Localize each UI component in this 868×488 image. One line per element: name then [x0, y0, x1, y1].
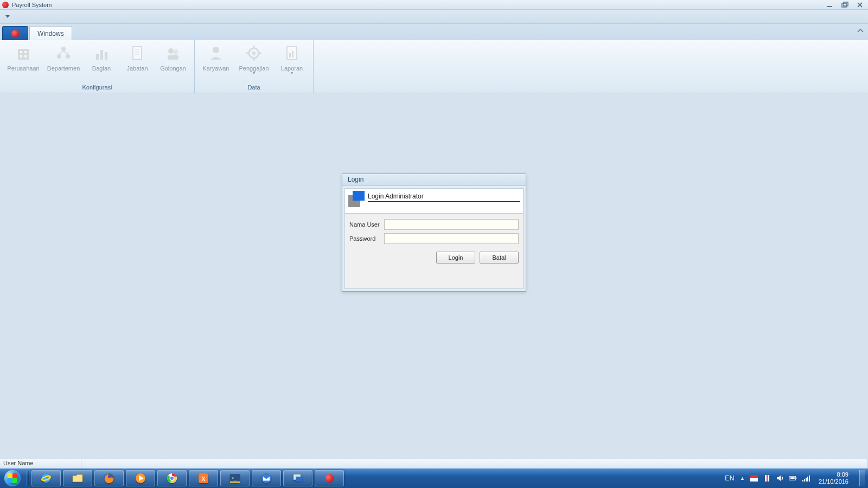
password-label: Password	[349, 235, 384, 242]
ribbon-item-label: Golongan	[160, 65, 186, 72]
ribbon-group-konfigurasi: Perusahaan Departemen Bagian Jabatan	[0, 40, 195, 93]
ribbon-item-label: Jabatan	[126, 65, 148, 72]
svg-point-9	[57, 54, 61, 59]
svg-rect-6	[20, 55, 22, 57]
taskbar-app-firefox[interactable]	[94, 470, 124, 486]
start-button[interactable]	[0, 468, 25, 488]
svg-rect-56	[804, 479, 805, 481]
maximize-button[interactable]	[839, 1, 851, 9]
taskbar-app-chrome[interactable]	[157, 470, 187, 486]
ribbon-group-label: Data	[195, 83, 313, 93]
tray-battery-icon[interactable]	[789, 476, 797, 481]
group-icon	[164, 44, 182, 62]
password-input[interactable]	[384, 233, 519, 244]
ribbon-item-karyawan[interactable]: Karyawan	[199, 42, 233, 83]
ribbon-item-golongan[interactable]: Golongan	[156, 42, 190, 83]
minimize-button[interactable]	[824, 1, 835, 9]
ribbon-item-perusahaan[interactable]: Perusahaan	[4, 42, 42, 83]
taskbar-app-xampp[interactable]: X	[189, 470, 218, 486]
svg-rect-29	[289, 53, 291, 57]
taskbar: X >_ EN ▲ 8:09 21/10/2016	[0, 468, 868, 488]
remote-icon	[291, 472, 304, 485]
internet-explorer-icon	[40, 472, 53, 485]
ribbon-item-label: Perusahaan	[7, 65, 39, 72]
svg-point-19	[173, 49, 178, 55]
folder-icon	[71, 472, 84, 485]
ribbon-item-label: Karyawan	[203, 65, 229, 72]
tray-volume-icon[interactable]	[776, 475, 784, 481]
svg-point-18	[168, 48, 174, 54]
tray-action-center-icon[interactable]	[763, 474, 771, 482]
ribbon-group-label: Konfigurasi	[0, 83, 194, 93]
svg-rect-57	[806, 478, 807, 481]
login-header-icon	[348, 191, 365, 207]
ribbon-item-label: Bagian	[92, 65, 111, 72]
ribbon-item-departemen[interactable]: Departemen	[44, 42, 82, 83]
close-button[interactable]	[854, 1, 866, 9]
dropdown-icon: ▾	[253, 70, 255, 75]
login-button[interactable]: Login	[436, 252, 475, 264]
taskbar-separator	[27, 471, 29, 486]
mail-icon	[260, 472, 273, 485]
svg-rect-46	[296, 477, 302, 481]
terminal-icon: >_	[228, 472, 241, 485]
login-dialog: Login Login Administrator Nama User Pass…	[342, 174, 526, 292]
svg-rect-5	[24, 51, 27, 53]
ribbon-item-bagian[interactable]: Bagian	[85, 42, 118, 83]
org-icon	[55, 44, 72, 62]
taskbar-app-explorer[interactable]	[63, 470, 92, 486]
quick-access-toolbar	[0, 10, 868, 24]
taskbar-app-payroll[interactable]	[315, 470, 344, 486]
ribbon-tab-strip: Windows	[0, 24, 868, 40]
svg-rect-42	[230, 481, 240, 483]
svg-rect-53	[795, 477, 796, 479]
taskbar-app-remote[interactable]	[283, 470, 312, 486]
system-tray: EN ▲ 8:09 21/10/2016	[725, 470, 868, 486]
taskbar-app-putty[interactable]: >_	[220, 470, 250, 486]
status-bar: User Name	[0, 459, 868, 468]
ribbon-item-penggajian[interactable]: Penggajian ▾	[235, 42, 273, 83]
statusbar-blank	[81, 459, 868, 468]
tray-clock[interactable]: 8:09 21/10/2016	[819, 471, 848, 485]
tray-network-icon[interactable]	[802, 475, 810, 481]
tray-flag-icon[interactable]	[750, 475, 758, 481]
qat-dropdown-icon[interactable]	[5, 15, 10, 18]
svg-rect-4	[20, 51, 22, 53]
svg-point-8	[61, 47, 66, 51]
tab-windows-label: Windows	[37, 30, 64, 37]
gear-icon	[245, 44, 263, 62]
collapse-ribbon-icon[interactable]	[857, 28, 864, 34]
firefox-icon	[103, 472, 116, 485]
svg-rect-20	[168, 55, 178, 60]
svg-rect-7	[24, 55, 27, 57]
tab-windows[interactable]: Windows	[29, 26, 72, 40]
svg-rect-55	[802, 480, 803, 481]
ribbon-item-laporan[interactable]: Laporan ▾	[275, 42, 309, 83]
tray-expand-icon[interactable]: ▲	[740, 476, 745, 481]
ribbon-item-label: Departemen	[47, 65, 80, 72]
tray-date: 21/10/2016	[819, 478, 848, 485]
tray-time: 8:09	[819, 471, 848, 478]
username-label: Nama User	[349, 221, 384, 228]
svg-rect-12	[100, 50, 103, 60]
statusbar-username: User Name	[0, 459, 81, 468]
file-tab[interactable]	[2, 26, 28, 40]
svg-rect-2	[844, 2, 848, 6]
username-input[interactable]	[384, 219, 519, 230]
taskbar-app-thunderbird[interactable]	[252, 470, 281, 486]
report-icon	[283, 44, 301, 62]
cancel-button[interactable]: Batal	[480, 252, 519, 264]
person-icon	[207, 44, 225, 62]
login-dialog-title: Login	[342, 174, 526, 186]
svg-rect-30	[292, 51, 293, 57]
show-desktop-button[interactable]	[859, 470, 865, 486]
document-icon	[129, 44, 146, 62]
tray-language[interactable]: EN	[725, 474, 735, 482]
taskbar-app-ie[interactable]	[31, 470, 61, 486]
svg-marker-51	[777, 476, 781, 481]
svg-point-10	[66, 54, 70, 59]
ribbon-item-jabatan[interactable]: Jabatan	[120, 42, 154, 83]
taskbar-app-media[interactable]	[126, 470, 155, 486]
title-bar: Payroll System	[0, 0, 868, 10]
svg-rect-0	[827, 6, 832, 7]
